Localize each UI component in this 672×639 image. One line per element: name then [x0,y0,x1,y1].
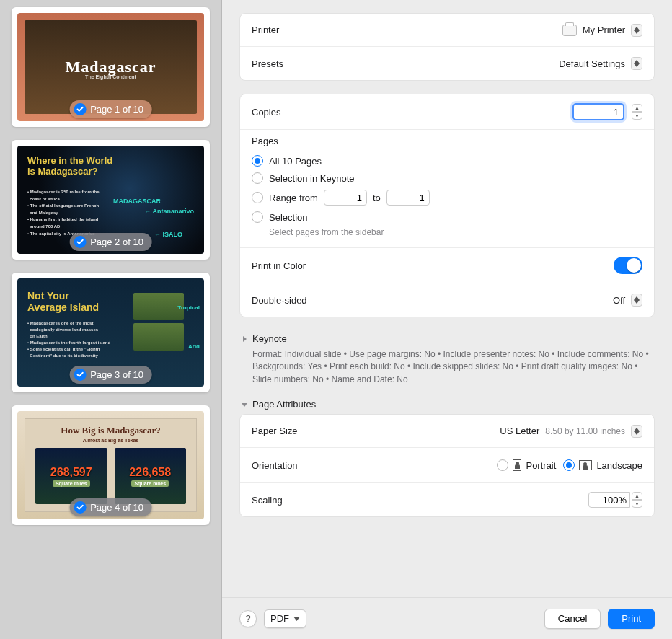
scaling-input[interactable] [588,492,630,508]
orientation-row: Orientation Portrait Landscape [240,448,654,483]
page-thumbnail[interactable]: Madagascar The Eighth Continent Page 1 o… [12,7,210,127]
page-label: Page 4 of 10 [90,502,143,513]
page-badge[interactable]: Page 4 of 10 [69,498,152,516]
landscape-icon [579,460,592,470]
copies-input[interactable] [572,103,624,120]
updown-icon [631,425,642,438]
presets-select[interactable]: Default Settings [559,57,642,70]
page-attributes-disclosure[interactable]: Page Attributes [239,396,655,414]
orientation-label: Orientation [252,460,298,471]
page-label: Page 3 of 10 [90,369,143,380]
page-badge[interactable]: Page 1 of 10 [69,100,152,118]
printer-row: Printer My Printer [240,14,654,47]
radio-icon [497,459,508,471]
page-attributes-section: Page Attributes Paper Size US Letter 8.5… [239,396,655,517]
double-sided-row: Double-sided Off [240,283,654,317]
pages-range-radio[interactable]: Range from to [252,187,642,208]
page-thumbnail[interactable]: How Big is Madagascar? Almost as Big as … [12,405,210,525]
page-thumbnail[interactable]: Where in the Worldis Madagascar? • Madag… [12,140,210,260]
stepper-up[interactable]: ▲ [632,492,642,500]
page-thumbnails-sidebar[interactable]: Madagascar The Eighth Continent Page 1 o… [0,0,222,639]
presets-label: Presets [252,58,283,69]
stepper-up[interactable]: ▲ [632,104,642,112]
chevron-down-icon [241,401,248,408]
pages-heading: Pages [252,136,642,146]
double-sided-label: Double-sided [252,295,307,306]
pdf-menu-button[interactable]: PDF [264,609,306,628]
printer-presets-panel: Printer My Printer Presets Default Setti… [239,13,655,81]
dialog-footer: ? PDF Cancel Print [222,597,672,639]
radio-icon [252,155,263,167]
checkmark-icon [74,103,86,115]
selection-hint: Select pages from the sidebar [269,227,642,237]
range-to-input[interactable] [386,190,430,206]
orientation-landscape-radio[interactable]: Landscape [563,457,642,474]
radio-icon [563,459,575,471]
range-from-input[interactable] [324,190,367,206]
pages-block: Pages All 10 Pages Selection in Keynote … [240,130,654,248]
pages-all-radio[interactable]: All 10 Pages [252,152,642,169]
print-color-label: Print in Color [252,260,306,271]
cancel-button[interactable]: Cancel [544,609,601,629]
checkmark-icon [74,236,86,248]
updown-icon [631,294,642,307]
print-button[interactable]: Print [608,609,655,629]
radio-icon [252,172,263,184]
print-settings-main: Printer My Printer Presets Default Setti… [222,0,672,639]
updown-icon [631,24,642,37]
stepper-down[interactable]: ▼ [632,500,642,508]
page-label: Page 2 of 10 [90,237,143,247]
paper-size-select[interactable]: US Letter 8.50 by 11.00 inches [500,425,642,438]
keynote-section: Keynote Format: Individual slide • Use p… [239,330,655,396]
checkmark-icon [74,501,86,514]
page-badge[interactable]: Page 3 of 10 [69,366,152,384]
pages-selection-app-radio[interactable]: Selection in Keynote [252,169,642,187]
scaling-row: Scaling ▲ ▼ [240,483,654,516]
scaling-label: Scaling [252,495,283,506]
help-icon: ? [245,613,250,624]
printer-select[interactable]: My Printer [562,24,642,37]
paper-size-label: Paper Size [252,426,298,436]
print-options-panel: Copies ▲ ▼ Pages All 10 Pages Sel [239,94,655,317]
copies-stepper[interactable]: ▲ ▼ [632,104,642,120]
portrait-icon [513,459,521,471]
page-badge[interactable]: Page 2 of 10 [69,233,152,251]
pages-selection-radio[interactable]: Selection [252,208,642,226]
presets-row: Presets Default Settings [240,47,654,80]
paper-size-row: Paper Size US Letter 8.50 by 11.00 inche… [240,415,654,448]
keynote-disclosure[interactable]: Keynote [239,330,655,348]
updown-icon [631,57,642,70]
page-label: Page 1 of 10 [90,104,143,115]
printer-label: Printer [252,25,279,35]
checkmark-icon [74,369,86,381]
orientation-portrait-radio[interactable]: Portrait [497,457,556,474]
copies-label: Copies [252,107,280,118]
print-color-row: Print in Color [240,248,654,283]
chevron-right-icon [241,335,248,343]
page-thumbnail[interactable]: Not YourAverage Island • Madagascar is o… [12,273,210,392]
help-button[interactable]: ? [239,610,257,627]
stepper-down[interactable]: ▼ [632,112,642,120]
keynote-summary: Format: Individual slide • Use page marg… [239,348,655,396]
radio-icon [252,192,263,203]
chevron-down-icon [293,617,300,621]
page-attributes-panel: Paper Size US Letter 8.50 by 11.00 inche… [239,414,655,517]
printer-icon [562,25,577,36]
radio-icon [252,211,263,223]
double-sided-select[interactable]: Off [613,294,642,307]
scaling-stepper[interactable]: ▲ ▼ [632,492,642,508]
copies-row: Copies ▲ ▼ [240,94,654,130]
settings-scroll[interactable]: Printer My Printer Presets Default Setti… [222,0,672,597]
print-color-toggle[interactable] [614,257,642,274]
